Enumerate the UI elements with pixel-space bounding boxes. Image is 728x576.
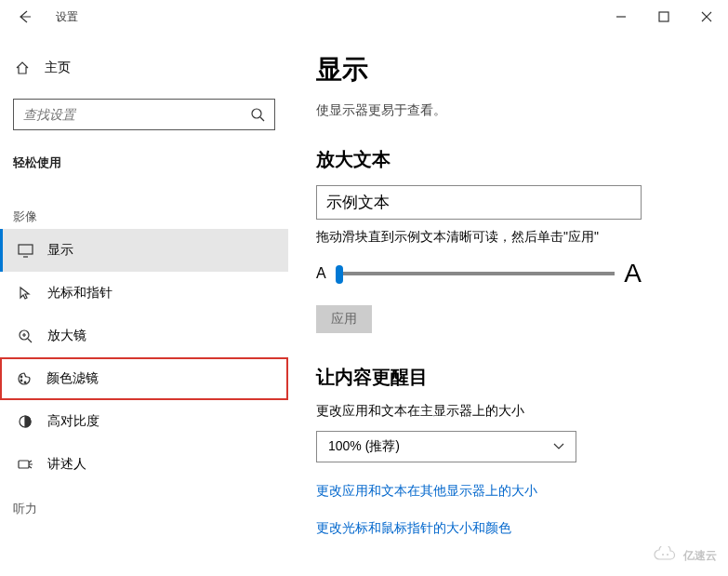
link-other-displays[interactable]: 更改应用和文本在其他显示器上的大小 xyxy=(316,483,691,500)
sidebar-item-label: 颜色滤镜 xyxy=(46,370,99,387)
svg-point-5 xyxy=(20,380,22,382)
palette-icon xyxy=(15,371,33,386)
slider-track[interactable] xyxy=(336,272,615,275)
slider-caption: 拖动滑块直到示例文本清晰可读，然后单击"应用" xyxy=(316,229,691,246)
watermark: 亿速云 xyxy=(652,546,717,565)
close-icon xyxy=(701,11,712,22)
group-audio: 听力 xyxy=(0,486,288,521)
sidebar-item-color-filters[interactable]: 颜色滤镜 xyxy=(0,357,288,400)
narrator-icon xyxy=(16,458,34,472)
sidebar-item-label: 讲述人 xyxy=(47,456,86,473)
scale-dropdown[interactable]: 100% (推荐) xyxy=(316,431,576,462)
monitor-icon xyxy=(16,244,34,258)
watermark-text: 亿速云 xyxy=(683,548,717,564)
magnify-plus-icon xyxy=(16,328,34,343)
search-box[interactable] xyxy=(13,99,275,130)
slider-thumb[interactable] xyxy=(336,265,343,284)
text-size-slider[interactable]: A A xyxy=(316,259,642,288)
cursor-icon xyxy=(16,286,34,301)
sidebar-item-label: 光标和指针 xyxy=(47,285,113,301)
chevron-down-icon xyxy=(553,443,564,450)
sidebar-item-display[interactable]: 显示 xyxy=(0,229,288,272)
scale-description: 更改应用和文本在主显示器上的大小 xyxy=(316,403,691,420)
search-input[interactable] xyxy=(14,100,274,129)
contrast-icon xyxy=(16,414,34,429)
main-panel: 显示 使显示器更易于查看。 放大文本 示例文本 拖动滑块直到示例文本清晰可读，然… xyxy=(288,33,728,576)
sidebar-item-label: 高对比度 xyxy=(47,413,99,430)
svg-rect-2 xyxy=(19,245,33,254)
app-title: 设置 xyxy=(56,9,78,25)
close-button[interactable] xyxy=(685,0,728,33)
search-icon xyxy=(250,107,265,126)
page-subtitle: 使显示器更易于查看。 xyxy=(316,102,691,119)
sidebar: 主页 轻松使用 影像 显示 光标和指针 放大镜 颜色滤镜 高对比度 xyxy=(0,33,288,576)
svg-point-10 xyxy=(667,554,668,556)
maximize-icon xyxy=(658,11,669,22)
apply-button[interactable]: 应用 xyxy=(316,305,372,333)
letter-small-icon: A xyxy=(316,265,326,282)
sidebar-item-magnifier[interactable]: 放大镜 xyxy=(0,315,288,357)
home-icon xyxy=(13,60,32,75)
sidebar-item-high-contrast[interactable]: 高对比度 xyxy=(0,400,288,443)
sidebar-item-label: 放大镜 xyxy=(47,328,86,344)
page-title: 显示 xyxy=(316,52,691,87)
svg-rect-8 xyxy=(19,461,29,468)
svg-rect-0 xyxy=(659,12,668,21)
home-label: 主页 xyxy=(45,60,71,76)
section-enlarge-text: 放大文本 xyxy=(316,147,691,172)
svg-point-9 xyxy=(662,554,664,556)
category-label: 轻松使用 xyxy=(0,147,288,179)
maximize-button[interactable] xyxy=(642,0,685,33)
sidebar-item-narrator[interactable]: 讲述人 xyxy=(0,443,288,486)
group-visual: 影像 xyxy=(0,194,288,229)
svg-point-6 xyxy=(24,382,26,383)
sample-text-box: 示例文本 xyxy=(316,185,642,220)
cloud-icon xyxy=(652,546,678,565)
minimize-icon xyxy=(615,11,627,22)
back-button[interactable] xyxy=(7,0,41,33)
sidebar-item-cursor[interactable]: 光标和指针 xyxy=(0,272,288,315)
home-nav[interactable]: 主页 xyxy=(0,52,288,84)
letter-big-icon: A xyxy=(624,259,642,288)
svg-point-1 xyxy=(252,109,261,118)
minimize-button[interactable] xyxy=(600,0,642,33)
scale-value: 100% (推荐) xyxy=(328,438,400,455)
sidebar-item-label: 显示 xyxy=(47,242,73,259)
arrow-left-icon xyxy=(17,9,32,24)
section-scale: 让内容更醒目 xyxy=(316,365,691,390)
link-cursor-size[interactable]: 更改光标和鼠标指针的大小和颜色 xyxy=(316,520,691,537)
svg-point-4 xyxy=(20,376,22,378)
